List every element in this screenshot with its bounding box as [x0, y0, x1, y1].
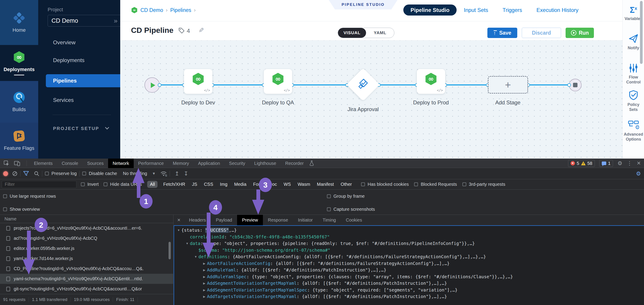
devtools-close-icon[interactable]: ✕ [637, 161, 641, 166]
detail-tab-timing[interactable]: Timing [318, 215, 341, 225]
expander-closed-icon[interactable]: ▶ [202, 295, 207, 298]
breadcrumb-project[interactable]: CD Demo [140, 7, 163, 13]
preserve-log-checkbox[interactable] [45, 172, 49, 175]
stage-node-deploy-to-prod[interactable]: ∞</> [417, 69, 445, 94]
toggle-yaml[interactable]: YAML [366, 28, 394, 38]
json-tree-line[interactable]: ▶AddTargetsToVariationTargetMapYaml: {al… [174, 293, 644, 300]
devtools-tab-memory[interactable]: Memory [168, 159, 194, 168]
project-selector[interactable]: CD Demo » [48, 15, 121, 27]
devtools-tab-recorder[interactable]: Recorder [281, 159, 308, 168]
expander-closed-icon[interactable]: ▶ [202, 262, 207, 265]
expander-open-icon[interactable]: ▼ [176, 228, 181, 232]
json-tree-line[interactable]: $schema: "http://json-schema.org/draft-0… [174, 247, 644, 254]
add-stage-button[interactable]: + [488, 76, 528, 94]
request-list-scrollbar[interactable] [168, 242, 171, 259]
use-large-request-rows-toggle[interactable]: Use large request rows [3, 194, 56, 199]
edit-pipeline-icon[interactable]: ✎ [198, 26, 204, 34]
toolrail-policy-sets[interactable]: Policy Sets [623, 90, 644, 112]
json-tree-line[interactable]: ▶AddRuleYaml: {allOf: [{$ref: "#/definit… [174, 267, 644, 273]
network-filter-input[interactable] [2, 181, 76, 188]
tab-execution-history[interactable]: Execution History [530, 5, 586, 16]
rail-item-feature-flags[interactable]: Feature Flags [0, 123, 38, 159]
json-tree-line[interactable]: ▶AddRuleYamlSpec: {type: "object", prope… [174, 273, 644, 280]
save-button[interactable]: Save [488, 28, 517, 38]
resource-filter-wasm[interactable]: Wasm [298, 182, 310, 187]
detail-tab-preview[interactable]: Preview [237, 215, 263, 225]
expander-open-icon[interactable]: ▼ [193, 255, 198, 258]
devtools-tab-console[interactable]: Console [57, 159, 82, 168]
resource-filter-fetch-xhr[interactable]: Fetch/XHR [163, 182, 185, 187]
search-icon[interactable] [34, 171, 39, 176]
pipeline-start-node[interactable] [144, 77, 160, 93]
rail-item-home[interactable]: Home [0, 0, 38, 45]
devtools-tab-lighthouse[interactable]: Lighthouse [250, 159, 281, 168]
blocked-requests-toggle[interactable]: Blocked Requests [414, 182, 457, 187]
expander-closed-icon[interactable]: ▶ [202, 268, 207, 272]
inspect-element-icon[interactable] [4, 160, 10, 166]
devtools-tab-network[interactable]: Network [108, 159, 134, 168]
json-tree-line[interactable]: ▼{status: "SUCCESS",…} [174, 227, 644, 234]
json-tree-line[interactable]: correlationId: "cb54c3b2-9ffe-49f8-a48e-… [174, 234, 644, 240]
toolrail-advanced-options[interactable]: ⚙ Advanced Options [623, 120, 644, 142]
export-har-icon[interactable]: ↧ [184, 170, 188, 177]
devtools-tab-elements[interactable]: Elements [30, 159, 57, 168]
filter-icon[interactable] [23, 171, 29, 176]
has-blocked-cookies-toggle[interactable]: Has blocked cookies [361, 182, 409, 187]
pipeline-canvas[interactable]: ∞</>Deploy to Dev∞</>Deploy to QAJira Ap… [120, 41, 622, 159]
device-toolbar-icon[interactable] [14, 160, 20, 166]
import-har-icon[interactable]: ↥ [175, 170, 179, 177]
stage-node-deploy-to-qa[interactable]: ∞</> [264, 69, 292, 94]
sidebar-item-overview[interactable]: Overview [38, 36, 120, 49]
network-settings-icon[interactable]: ⚙ [636, 170, 641, 177]
resource-filter-other[interactable]: Other [341, 182, 352, 187]
detail-tab-initiator[interactable]: Initiator [293, 215, 318, 225]
breadcrumb-pipelines[interactable]: Pipelines [170, 7, 191, 13]
tab-pipeline-studio[interactable]: Pipeline Studio [403, 5, 456, 16]
preview-json-tree[interactable]: ▼{status: "SUCCESS",…}correlationId: "cb… [174, 225, 644, 305]
json-tree-line[interactable]: ▼definitions: {AbortFailureActionConfig:… [174, 253, 644, 260]
preserve-log-toggle[interactable]: Preserve log [45, 171, 76, 176]
tab-input-sets[interactable]: Input Sets [456, 5, 495, 16]
toolrail-flow-control[interactable]: Flow Control [623, 64, 644, 85]
run-button[interactable]: Run [566, 28, 594, 38]
toggle-visual[interactable]: VISUAL [338, 28, 366, 38]
disable-cache-checkbox[interactable] [82, 172, 86, 175]
third-party-requests-toggle[interactable]: 3rd-party requests [462, 182, 505, 187]
json-tree-line[interactable]: ▶AbortFailureActionConfig: {allOf: [{$re… [174, 260, 644, 267]
resource-filter-ws[interactable]: WS [284, 182, 291, 187]
clear-network-log-icon[interactable] [12, 171, 18, 176]
resource-filter-manifest[interactable]: Manifest [317, 182, 334, 187]
console-errors-badge[interactable]: ✕ 5 ! 58 [568, 160, 595, 167]
invert-toggle[interactable]: Invert [81, 182, 99, 187]
discard-button[interactable]: Discard [522, 28, 561, 38]
tags-icon[interactable] [178, 27, 185, 34]
resource-filter-img[interactable]: Img [220, 182, 228, 187]
rail-item-builds[interactable]: Builds [0, 81, 38, 123]
capture-screenshots-toggle[interactable]: Capture screenshots [327, 207, 375, 212]
close-detail-icon[interactable]: × [174, 217, 184, 223]
expander-closed-icon[interactable]: ▶ [202, 282, 207, 285]
group-by-frame-toggle[interactable]: Group by frame [327, 194, 365, 199]
expander-closed-icon[interactable]: ▶ [202, 288, 207, 292]
sidebar-item-services[interactable]: Services [38, 94, 120, 107]
stage-node-deploy-to-dev[interactable]: ∞</> [184, 69, 212, 94]
rail-item-deployments[interactable]: ∞ Deployments [0, 45, 38, 81]
expander-open-icon[interactable]: ▼ [184, 242, 190, 245]
devtools-tab-security[interactable]: Security [224, 159, 250, 168]
expander-closed-icon[interactable]: ▶ [202, 275, 207, 278]
request-list-header[interactable]: Name [0, 215, 174, 223]
devtools-menu-icon[interactable]: ⋮ [627, 161, 632, 166]
disable-cache-toggle[interactable]: Disable cache [82, 171, 117, 176]
request-row[interactable]: git-sync?routingId=6_vVHzo9Qeu9fXvj-AcbC… [0, 284, 174, 294]
resource-filter-js[interactable]: JS [192, 182, 197, 187]
expand-project-icon[interactable]: » [114, 17, 118, 24]
visual-yaml-toggle[interactable]: VISUAL YAML [338, 28, 394, 38]
detail-tab-response[interactable]: Response [263, 215, 293, 225]
show-overview-toggle[interactable]: Show overview [3, 207, 40, 212]
sidebar-item-pipelines[interactable]: Pipelines [46, 74, 120, 87]
json-tree-line[interactable]: ▶AddSegmentToVariationTargetMapYamlSpec:… [174, 287, 644, 293]
tab-triggers[interactable]: Triggers [495, 5, 529, 16]
resource-filter-all[interactable]: All [147, 181, 158, 188]
devtools-tab-sources[interactable]: Sources [83, 159, 108, 168]
json-tree-line[interactable]: ▶AddSegmentToVariationTargetMapYaml: {al… [174, 280, 644, 287]
